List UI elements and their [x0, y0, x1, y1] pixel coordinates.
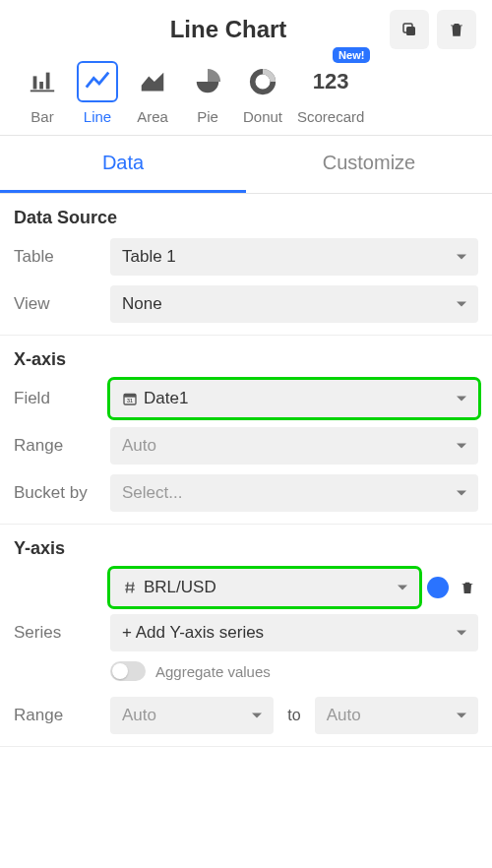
x-range-value: Auto: [122, 436, 156, 456]
section-x-axis: X-axis Field 31 Date1 Range: [0, 336, 492, 525]
section-title: Data Source: [14, 208, 478, 228]
chart-editor-panel: Line Chart: [0, 0, 492, 747]
svg-rect-0: [406, 27, 415, 35]
svg-rect-5: [46, 73, 50, 90]
svg-rect-2: [31, 90, 54, 92]
scorecard-icon: 123: [310, 61, 351, 102]
y-range-from-select[interactable]: Auto: [110, 697, 274, 734]
chart-type-bar[interactable]: Bar: [22, 61, 63, 125]
add-series-label: + Add Y-axis series: [122, 623, 264, 643]
chart-type-label: Donut: [243, 108, 282, 125]
x-field-label: Field: [14, 389, 100, 408]
chart-type-donut[interactable]: Donut: [242, 61, 283, 125]
svg-rect-9: [124, 394, 136, 397]
chart-type-selector: Bar Line Area: [0, 57, 492, 136]
header: Line Chart: [0, 0, 492, 57]
x-bucket-select[interactable]: Select...: [110, 474, 478, 512]
section-y-axis: Y-axis BRL/USD: [0, 525, 492, 747]
editor-tabs: Data Customize: [0, 136, 492, 194]
duplicate-button[interactable]: [390, 10, 429, 49]
x-field-select[interactable]: 31 Date1: [110, 380, 478, 417]
tab-data[interactable]: Data: [0, 136, 246, 193]
hash-icon: [122, 580, 138, 595]
calendar-icon: 31: [122, 391, 138, 406]
view-select-value: None: [122, 294, 162, 314]
donut-chart-icon: [242, 61, 283, 102]
chart-type-label: Line: [84, 108, 111, 125]
tab-customize[interactable]: Customize: [246, 136, 492, 193]
view-select[interactable]: None: [110, 285, 478, 323]
svg-line-14: [132, 583, 133, 593]
chart-type-pie[interactable]: Pie: [187, 61, 228, 125]
chart-type-label: Bar: [31, 108, 53, 125]
chart-type-label: Area: [137, 108, 168, 125]
view-label: View: [14, 294, 100, 314]
trash-icon: [460, 580, 475, 595]
table-select-value: Table 1: [122, 247, 176, 267]
y-series-select[interactable]: BRL/USD: [110, 569, 419, 606]
aggregate-label: Aggregate values: [155, 663, 271, 680]
x-bucket-label: Bucket by: [14, 483, 100, 503]
x-bucket-value: Select...: [122, 483, 182, 503]
chart-type-label: Scorecard: [297, 108, 364, 125]
chart-type-scorecard[interactable]: New! 123 Scorecard: [297, 61, 364, 125]
chart-type-label: Pie: [197, 108, 218, 125]
trash-icon: [448, 21, 465, 38]
area-chart-icon: [132, 61, 173, 102]
bar-chart-icon: [22, 61, 63, 102]
range-to-label: to: [281, 707, 306, 724]
section-title: X-axis: [14, 349, 478, 370]
chart-type-area[interactable]: Area: [132, 61, 173, 125]
y-range-label: Range: [14, 706, 100, 725]
section-title: Y-axis: [14, 538, 478, 559]
svg-marker-6: [142, 73, 164, 92]
x-range-label: Range: [14, 436, 100, 456]
y-range-to-value: Auto: [327, 706, 361, 725]
copy-icon: [400, 21, 418, 38]
aggregate-toggle[interactable]: [110, 661, 146, 681]
svg-line-13: [127, 583, 128, 593]
series-color-swatch[interactable]: [427, 577, 449, 598]
svg-text:31: 31: [127, 398, 133, 403]
table-label: Table: [14, 247, 100, 267]
delete-button[interactable]: [437, 10, 476, 49]
y-range-from-value: Auto: [122, 706, 156, 725]
series-label: Series: [14, 623, 100, 643]
line-chart-icon: [77, 61, 118, 102]
svg-rect-3: [33, 76, 37, 89]
y-series-value: BRL/USD: [144, 578, 216, 597]
add-series-select[interactable]: + Add Y-axis series: [110, 614, 478, 651]
pie-chart-icon: [187, 61, 228, 102]
table-select[interactable]: Table 1: [110, 238, 478, 276]
y-range-to-select[interactable]: Auto: [315, 697, 478, 734]
delete-series-button[interactable]: [457, 577, 478, 598]
page-title: Line Chart: [75, 16, 382, 43]
section-data-source: Data Source Table Table 1 View None: [0, 194, 492, 336]
x-field-value: Date1: [144, 389, 188, 408]
chart-type-line[interactable]: Line: [77, 61, 118, 125]
x-range-select[interactable]: Auto: [110, 427, 478, 465]
svg-rect-4: [39, 82, 43, 90]
